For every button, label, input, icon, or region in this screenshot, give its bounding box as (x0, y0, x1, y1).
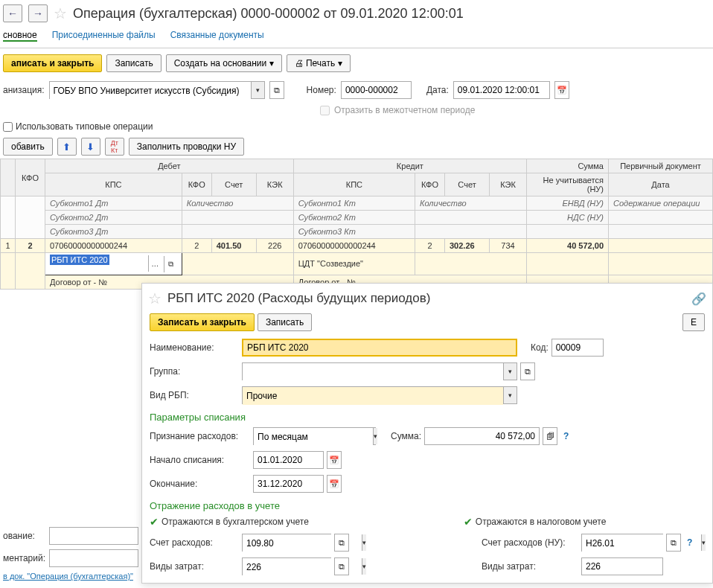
use-typical-label: Использовать типовые операции (16, 121, 153, 132)
code-label: Код: (531, 342, 549, 353)
col-sum: Сумма (527, 159, 609, 173)
favorite-star-icon[interactable]: ☆ (148, 290, 162, 307)
move-up-button[interactable]: ⬆ (57, 138, 77, 156)
arrow-down-icon: ⬇ (86, 141, 95, 153)
arrow-up-icon: ⬆ (63, 141, 71, 153)
doc-link[interactable]: в док. "Операция (бухгалтерская)" (3, 572, 133, 581)
dialog-title: РБП ИТС 2020 (Расходы будущих периодов) (167, 291, 430, 306)
org-input[interactable] (50, 82, 251, 100)
chevron-down-icon[interactable]: ▾ (362, 534, 366, 551)
favorite-star-icon[interactable]: ☆ (54, 4, 67, 22)
group-select[interactable]: ▾ (242, 362, 517, 380)
help-icon[interactable]: ? (684, 537, 695, 548)
tabs: сновное Присоединенные файлы Связанные д… (0, 27, 713, 48)
acc-select[interactable]: ▾ (242, 534, 331, 552)
chevron-down-icon[interactable]: ▾ (503, 363, 517, 380)
open-icon[interactable]: ⧉ (334, 534, 349, 552)
entries-grid[interactable]: КФО Дебет Кредит Сумма Первичный докумен… (0, 159, 713, 290)
cost-nu-label: Виды затрат: (482, 561, 578, 572)
tab-main[interactable]: сновное (3, 30, 37, 42)
calendar-icon[interactable] (327, 451, 342, 469)
add-button[interactable]: обавить (3, 138, 53, 156)
cost-select[interactable]: ▾ (242, 557, 331, 575)
start-label: Начало списания: (150, 455, 250, 465)
nav-back-button[interactable]: ← (3, 4, 22, 22)
chevron-down-icon[interactable]: ▾ (251, 82, 264, 98)
org-label: анизация: (3, 85, 45, 95)
bottom-form: ование: ментарий: в док. "Операция (бухг… (0, 524, 141, 588)
col-num (1, 159, 16, 196)
calendar-icon[interactable] (327, 475, 342, 493)
dtkt-icon: ДтКт (111, 139, 118, 154)
params-section-title: Параметры списания (150, 412, 705, 423)
number-input[interactable] (341, 81, 412, 99)
sum-label: Сумма: (391, 431, 421, 441)
recog-label: Признание расходов: (150, 431, 250, 441)
acc-nu-select[interactable]: ▾ (581, 534, 663, 552)
form-row-org: анизация: ▾ ⧉ Номер: Дата: (0, 78, 713, 102)
dialog-save-button[interactable]: Записать (258, 313, 312, 331)
nav-forward-button[interactable]: → (28, 4, 48, 22)
save-button[interactable]: Записать (106, 54, 161, 72)
start-date-input[interactable] (253, 451, 324, 469)
open-icon[interactable]: ⧉ (164, 256, 177, 272)
grid-toolbar: обавить ⬆ ⬇ ДтКт Заполнить проводки НУ (0, 135, 713, 159)
type-select[interactable]: ▾ (242, 386, 517, 404)
calendar-icon[interactable] (554, 81, 569, 99)
link-icon[interactable]: 🔗 (691, 292, 706, 306)
name-input[interactable] (242, 339, 517, 357)
acc-label: Счет расходов: (150, 537, 239, 548)
comment-input[interactable] (49, 549, 138, 567)
subconto-selected[interactable]: РБП ИТС 2020 (50, 255, 109, 265)
cost-label: Виды затрат: (150, 561, 239, 572)
cost-nu-input[interactable] (581, 557, 663, 575)
dialog-more-button[interactable]: Е (682, 313, 705, 331)
chevron-down-icon: ▾ (269, 58, 274, 68)
form-row-period: Отразить в межотчетном периоде (0, 102, 713, 118)
use-typical-checkbox[interactable] (3, 122, 13, 132)
dtkt-button[interactable]: ДтКт (105, 138, 124, 156)
end-date-input[interactable] (253, 475, 324, 493)
open-icon[interactable]: ⧉ (666, 534, 681, 552)
chevron-down-icon[interactable]: ▾ (701, 534, 706, 551)
help-icon[interactable]: ? (560, 431, 572, 441)
recog-select[interactable]: ▾ (253, 427, 376, 445)
open-icon[interactable]: ⧉ (334, 557, 349, 575)
reflect-bu-label: Отражаются в бухгалтерском учете (162, 517, 309, 527)
code-input[interactable] (551, 339, 604, 357)
col-primary: Первичный документ (609, 159, 713, 173)
date-input[interactable] (453, 81, 550, 99)
basis-label: ование: (3, 531, 46, 541)
end-label: Окончание: (150, 479, 250, 489)
check-icon[interactable]: ✔ (150, 516, 159, 528)
calculator-icon[interactable]: 🗐 (543, 427, 557, 445)
dialog-save-close-button[interactable]: Записать и закрыть (150, 313, 255, 331)
ellipsis-icon[interactable]: … (148, 255, 162, 272)
table-row[interactable]: РБП ИТС 2020 … ⧉ ЦДТ "Созвездие" (1, 253, 713, 275)
name-label: Наименование: (150, 342, 239, 353)
group-label: Группа: (150, 366, 239, 377)
period-checkbox (320, 106, 330, 115)
save-close-button[interactable]: аписать и закрыть (3, 54, 102, 72)
tab-linked[interactable]: Связанные документы (170, 30, 264, 42)
open-icon[interactable]: ⧉ (520, 362, 535, 380)
chevron-down-icon[interactable]: ▾ (373, 428, 377, 444)
create-based-button[interactable]: Создать на основании ▾ (166, 54, 282, 72)
printer-icon (295, 58, 304, 68)
open-icon[interactable]: ⧉ (269, 81, 284, 99)
check-icon[interactable]: ✔ (464, 516, 473, 528)
sum-input[interactable] (424, 427, 540, 445)
chevron-down-icon[interactable]: ▾ (362, 558, 366, 575)
print-button[interactable]: Печать ▾ (287, 54, 351, 72)
page-title: Операция (бухгалтерская) 0000-000002 от … (73, 6, 464, 22)
table-row[interactable]: 1 2 07060000000000244 2 401.50 226 07060… (1, 239, 713, 253)
chevron-down-icon[interactable]: ▾ (503, 387, 517, 403)
basis-input[interactable] (49, 527, 138, 545)
move-down-button[interactable]: ⬇ (81, 138, 100, 156)
rbp-dialog: ☆ РБП ИТС 2020 (Расходы будущих периодов… (141, 283, 713, 584)
tab-files[interactable]: Присоединенные файлы (52, 30, 156, 42)
reflect-section-title: Отражение расходов в учете (150, 500, 705, 511)
org-select[interactable]: ▾ (49, 81, 265, 99)
date-label: Дата: (426, 85, 449, 95)
fill-nu-button[interactable]: Заполнить проводки НУ (129, 138, 244, 156)
